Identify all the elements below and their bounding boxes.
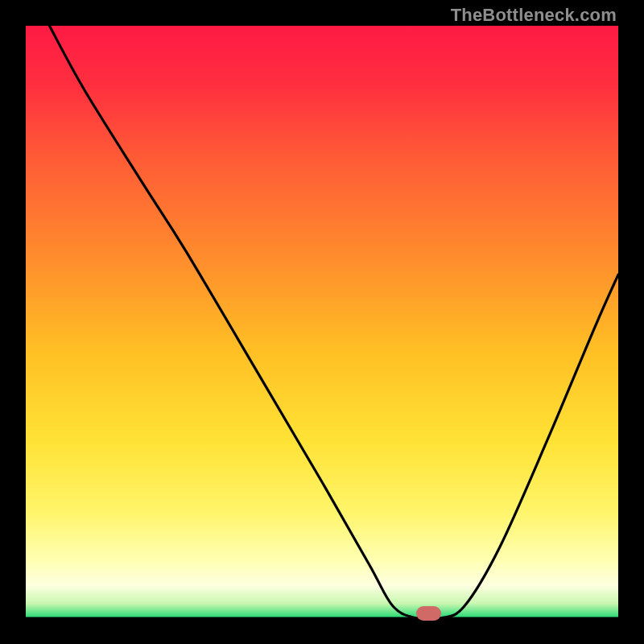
optimal-marker <box>416 606 441 621</box>
watermark-text: TheBottleneck.com <box>451 5 617 26</box>
bottleneck-curve <box>26 26 618 618</box>
plot-area <box>26 26 618 618</box>
chart-frame: TheBottleneck.com <box>0 0 644 644</box>
